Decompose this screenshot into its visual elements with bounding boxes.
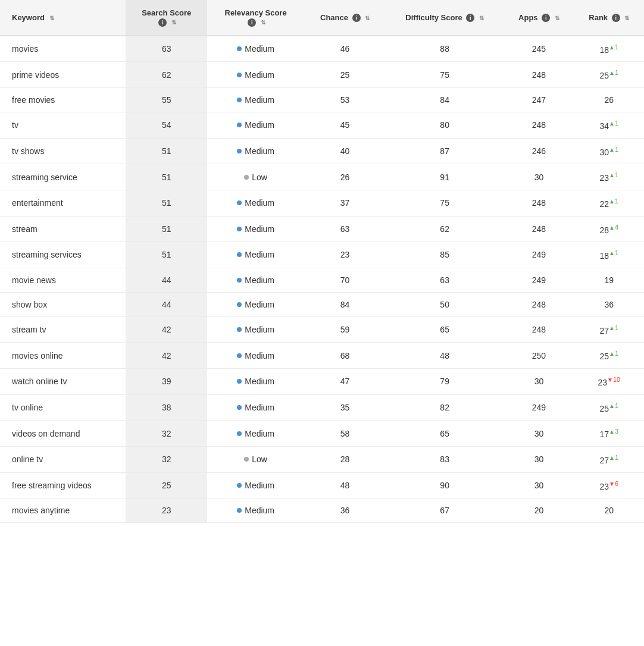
cell-search-score: 25 [126, 472, 207, 498]
cell-keyword: show box [0, 292, 126, 316]
table-row: free streaming videos25Medium48903023▼6 [0, 472, 644, 498]
col-rank[interactable]: Rank i ⇅ [574, 0, 644, 36]
cell-apps: 248 [504, 62, 574, 88]
chance-sort-icon[interactable]: ⇅ [365, 15, 370, 21]
cell-difficulty: 88 [386, 36, 504, 62]
chance-info-icon[interactable]: i [352, 14, 361, 22]
cell-chance: 40 [304, 138, 386, 164]
apps-sort-icon[interactable]: ⇅ [555, 15, 559, 21]
cell-apps: 248 [504, 190, 574, 216]
table-row: videos on demand32Medium58653017▲3 [0, 421, 644, 447]
search-score-info-icon[interactable]: i [158, 18, 167, 27]
difficulty-sort-icon[interactable]: ⇅ [479, 15, 484, 21]
table-row: movie news44Medium706324919 [0, 268, 644, 292]
cell-chance: 26 [304, 164, 386, 190]
col-keyword[interactable]: Keyword ⇅ [0, 0, 126, 36]
col-relevancy-score[interactable]: Relevancy Score i ⇅ [207, 0, 304, 36]
cell-search-score: 51 [126, 190, 207, 216]
keyword-sort-icon[interactable]: ⇅ [49, 15, 54, 21]
cell-relevancy: Medium [207, 498, 304, 523]
col-search-score[interactable]: Search Score i ⇅ [126, 0, 207, 36]
cell-rank: 26 [574, 87, 644, 112]
cell-apps: 30 [504, 421, 574, 447]
cell-search-score: 51 [126, 216, 207, 242]
cell-difficulty: 90 [386, 472, 504, 498]
cell-chance: 23 [304, 242, 386, 268]
cell-relevancy: Medium [207, 316, 304, 343]
cell-rank: 20 [574, 498, 644, 523]
cell-rank: 25▲1 [574, 394, 644, 421]
cell-relevancy: Medium [207, 62, 304, 88]
cell-search-score: 51 [126, 242, 207, 268]
apps-info-icon[interactable]: i [542, 14, 550, 22]
relevancy-label: Medium [245, 506, 274, 515]
cell-relevancy: Medium [207, 343, 304, 369]
relevancy-dot [237, 353, 242, 358]
relevancy-label: Medium [245, 224, 274, 234]
cell-search-score: 44 [126, 292, 207, 316]
cell-apps: 30 [504, 447, 574, 473]
cell-relevancy: Medium [207, 242, 304, 268]
cell-rank: 36 [574, 292, 644, 316]
relevancy-dot [237, 405, 242, 410]
cell-rank: 25▲1 [574, 343, 644, 369]
relevancy-dot [237, 302, 242, 307]
cell-rank: 28▲4 [574, 216, 644, 242]
cell-apps: 250 [504, 343, 574, 369]
cell-chance: 63 [304, 216, 386, 242]
cell-search-score: 54 [126, 112, 207, 138]
cell-search-score: 44 [126, 268, 207, 292]
cell-keyword: watch online tv [0, 369, 126, 395]
relevancy-label: Medium [245, 403, 274, 412]
keyword-table-container: Keyword ⇅ Search Score i ⇅ Relevancy Sco… [0, 0, 644, 523]
cell-apps: 247 [504, 87, 574, 112]
cell-keyword: movies anytime [0, 498, 126, 523]
search-score-sort-icon[interactable]: ⇅ [171, 19, 176, 26]
cell-apps: 249 [504, 268, 574, 292]
rank-info-icon[interactable]: i [612, 14, 620, 22]
cell-keyword: free streaming videos [0, 472, 126, 498]
col-keyword-label: Keyword [12, 13, 45, 22]
relevancy-label: Medium [245, 300, 274, 309]
relevancy-label: Medium [245, 275, 274, 285]
col-difficulty-score[interactable]: Difficulty Score i ⇅ [386, 0, 504, 36]
relevancy-dot [237, 379, 242, 384]
col-apps[interactable]: Apps i ⇅ [504, 0, 574, 36]
relevancy-score-info-icon[interactable]: i [248, 18, 256, 27]
cell-difficulty: 82 [386, 394, 504, 421]
cell-keyword: streaming services [0, 242, 126, 268]
cell-apps: 248 [504, 292, 574, 316]
cell-keyword: tv online [0, 394, 126, 421]
cell-chance: 47 [304, 369, 386, 395]
cell-search-score: 51 [126, 138, 207, 164]
table-row: entertainment51Medium377524822▲1 [0, 190, 644, 216]
cell-search-score: 23 [126, 498, 207, 523]
col-chance[interactable]: Chance i ⇅ [304, 0, 386, 36]
col-search-score-label: Search Score [133, 8, 200, 17]
keyword-table: Keyword ⇅ Search Score i ⇅ Relevancy Sco… [0, 0, 644, 523]
cell-difficulty: 91 [386, 164, 504, 190]
cell-relevancy: Low [207, 447, 304, 473]
cell-keyword: free movies [0, 87, 126, 112]
table-row: stream tv42Medium596524827▲1 [0, 316, 644, 343]
cell-search-score: 51 [126, 164, 207, 190]
table-row: tv shows51Medium408724630▲1 [0, 138, 644, 164]
relevancy-dot [244, 457, 249, 462]
cell-rank: 18▲1 [574, 242, 644, 268]
cell-rank: 34▲1 [574, 112, 644, 138]
difficulty-info-icon[interactable]: i [466, 14, 474, 22]
table-row: stream51Medium636224828▲4 [0, 216, 644, 242]
cell-search-score: 42 [126, 343, 207, 369]
cell-rank: 27▲1 [574, 316, 644, 343]
cell-keyword: movie news [0, 268, 126, 292]
table-row: movies online42Medium684825025▲1 [0, 343, 644, 369]
cell-keyword: movies online [0, 343, 126, 369]
cell-rank: 19 [574, 268, 644, 292]
cell-apps: 248 [504, 316, 574, 343]
relevancy-score-sort-icon[interactable]: ⇅ [261, 19, 265, 26]
relevancy-label: Medium [245, 351, 274, 360]
table-row: streaming services51Medium238524918▲1 [0, 242, 644, 268]
relevancy-label: Medium [245, 250, 274, 259]
rank-sort-icon[interactable]: ⇅ [624, 15, 629, 21]
cell-keyword: streaming service [0, 164, 126, 190]
